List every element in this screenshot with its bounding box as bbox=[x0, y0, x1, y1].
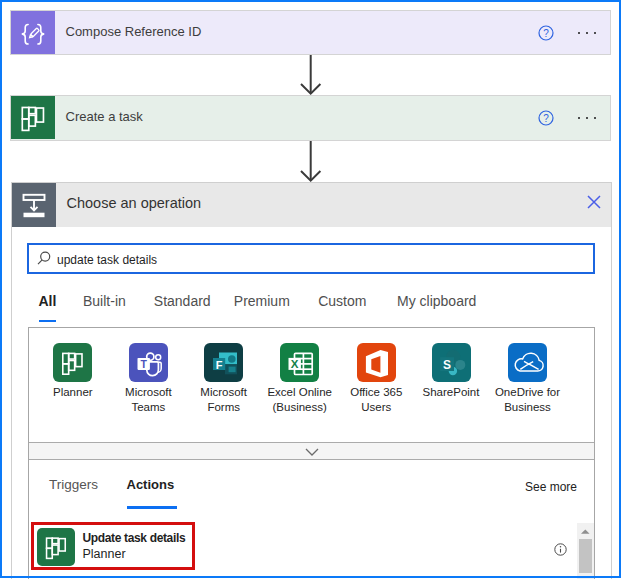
svg-text:F: F bbox=[216, 359, 223, 371]
svg-text:?: ? bbox=[543, 28, 549, 39]
svg-text:?: ? bbox=[543, 113, 549, 124]
svg-text:X: X bbox=[291, 358, 299, 370]
svg-text:T: T bbox=[140, 358, 147, 370]
svg-text:S: S bbox=[442, 358, 450, 372]
